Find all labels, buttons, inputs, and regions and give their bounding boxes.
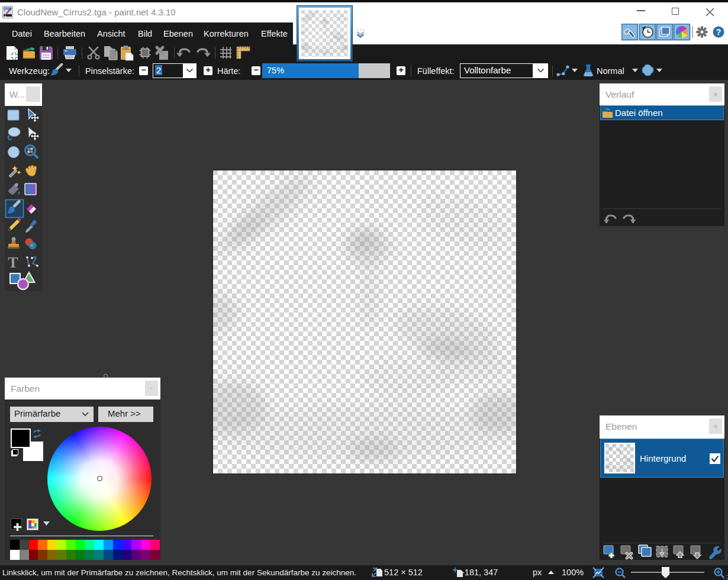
svg-text:T: T <box>8 254 18 271</box>
svg-text:?: ? <box>716 27 721 37</box>
